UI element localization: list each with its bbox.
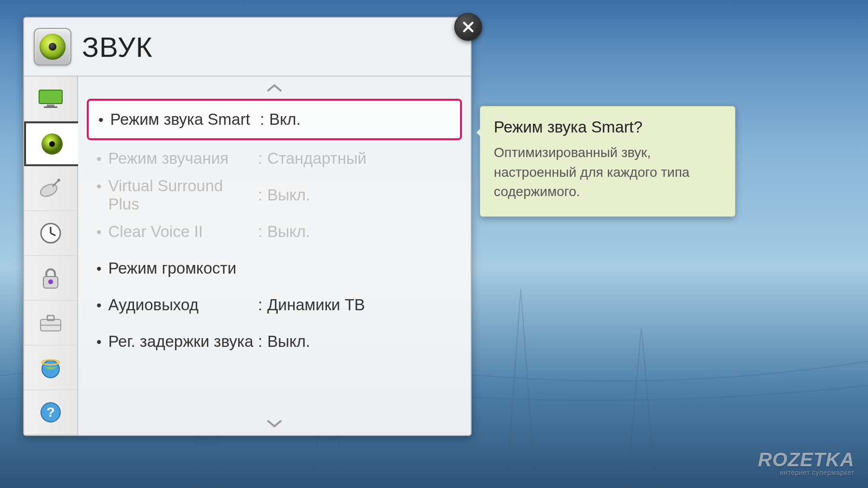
svg-point-4: [49, 141, 55, 147]
svg-rect-2: [44, 106, 57, 108]
setting-audio-output[interactable]: • Аудиовыход : Динамики ТВ: [87, 287, 462, 323]
settings-panel: ЗВУК: [23, 17, 472, 436]
settings-list-area: • Режим звука Smart : Вкл. • Режим звуча…: [78, 77, 471, 435]
setting-label: Clear Voice II: [108, 223, 203, 241]
setting-volume-mode[interactable]: • Режим громкости: [87, 250, 462, 287]
globe-icon: [36, 356, 65, 380]
setting-value: Стандартный: [267, 149, 366, 168]
tooltip-title: Режим звука Smart?: [494, 118, 721, 136]
clock-icon: [36, 221, 65, 245]
panel-header: ЗВУК: [24, 18, 471, 76]
chevron-down-icon: [266, 419, 283, 429]
sidebar-item-support[interactable]: ?: [24, 390, 77, 435]
scroll-up-button[interactable]: [87, 77, 462, 99]
setting-sound-mode: • Режим звучания : Стандартный: [87, 140, 462, 177]
setting-label: Virtual Surround Plus: [108, 177, 258, 213]
setting-label: Режим звучания: [108, 149, 229, 168]
setting-label: Рег. задержки звука: [108, 332, 254, 351]
settings-list: • Режим звука Smart : Вкл. • Режим звуча…: [87, 99, 462, 413]
setting-label: Режим звука Smart: [110, 110, 250, 129]
svg-rect-0: [39, 90, 62, 104]
setting-value: Динамики ТВ: [267, 296, 365, 314]
sidebar-item-channel[interactable]: [24, 166, 77, 211]
tv-icon: [36, 87, 65, 111]
panel-body: ? • Режим звука Smart : Вкл.: [24, 76, 471, 435]
setting-label: Режим громкости: [108, 259, 237, 277]
help-tooltip: Режим звука Smart? Оптимизированный звук…: [480, 106, 735, 217]
scroll-down-button[interactable]: [87, 413, 462, 435]
sidebar-item-time[interactable]: [24, 211, 77, 256]
speaker-icon: [38, 132, 67, 156]
svg-point-7: [57, 179, 60, 182]
panel-title: ЗВУК: [82, 31, 152, 63]
sidebar-item-sound[interactable]: [24, 121, 78, 166]
watermark-brand: ROZETKA: [758, 449, 854, 471]
satellite-icon: [36, 176, 65, 200]
sidebar-item-lock[interactable]: [24, 256, 77, 301]
setting-virtual-surround: • Virtual Surround Plus : Выкл.: [87, 177, 462, 213]
svg-text:?: ?: [46, 405, 54, 420]
category-sidebar: ?: [24, 77, 78, 435]
sidebar-item-picture[interactable]: [24, 77, 77, 121]
lock-icon: [36, 266, 65, 290]
sidebar-item-network[interactable]: [24, 345, 77, 390]
sidebar-item-setup[interactable]: [24, 301, 77, 345]
close-icon: [462, 21, 475, 33]
help-icon: ?: [36, 400, 65, 424]
setting-clear-voice: • Clear Voice II : Выкл.: [87, 213, 462, 250]
tooltip-body: Оптимизированный звук, настроенный для к…: [494, 143, 721, 202]
sound-header-icon: [34, 28, 71, 66]
chevron-up-icon: [266, 83, 283, 92]
setting-av-sync[interactable]: • Рег. задержки звука : Выкл.: [87, 323, 462, 360]
close-button[interactable]: [454, 13, 482, 41]
svg-point-5: [39, 182, 59, 198]
setting-value: Вкл.: [269, 110, 300, 129]
svg-point-12: [48, 279, 53, 284]
watermark: ROZETKA интернет супермаркет: [758, 449, 854, 476]
svg-rect-1: [47, 105, 54, 106]
setting-smart-sound-mode[interactable]: • Режим звука Smart : Вкл.: [87, 99, 462, 140]
setting-label: Аудиовыход: [108, 296, 199, 314]
svg-rect-14: [47, 316, 54, 320]
setting-value: Выкл.: [267, 223, 310, 241]
toolbox-icon: [36, 311, 65, 335]
setting-value: Выкл.: [267, 186, 310, 204]
setting-value: Выкл.: [267, 332, 310, 351]
